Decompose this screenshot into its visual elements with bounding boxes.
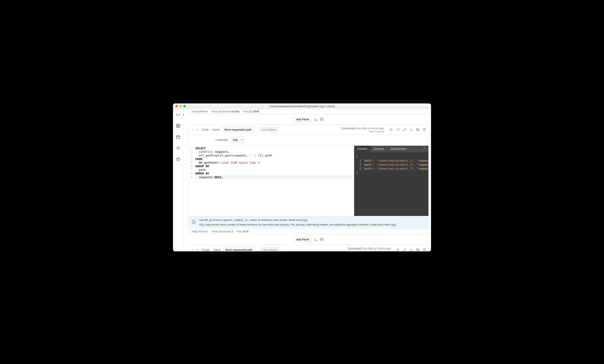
panel-status: Succeeded less than a minute ago Took 0 … bbox=[348, 246, 391, 251]
code-panel: Code Name Less Options Succeeded less th… bbox=[189, 124, 429, 234]
panel-type-label: Code bbox=[202, 128, 209, 131]
tab-preview[interactable]: Preview bbox=[354, 146, 370, 152]
info-link-1[interactable]: here bbox=[302, 218, 307, 221]
panel-name-label: Name bbox=[213, 248, 221, 251]
eye-off-icon[interactable] bbox=[416, 128, 419, 131]
add-panel-row-2: Add Panel bbox=[186, 234, 431, 244]
app-window: /Users/philipeaton/DataStationProjects/j… bbox=[173, 104, 431, 252]
svg-rect-4 bbox=[176, 136, 180, 139]
sidebar-collapse-icon[interactable] bbox=[181, 112, 186, 118]
chevron-down-icon[interactable] bbox=[196, 248, 199, 251]
chevron-up-icon[interactable] bbox=[191, 248, 194, 251]
panel-name-input[interactable] bbox=[223, 127, 254, 133]
eye-off-icon[interactable] bbox=[416, 248, 419, 252]
add-panel-button[interactable]: Add Panel bbox=[294, 117, 312, 122]
gear-icon[interactable] bbox=[176, 146, 180, 151]
expand-icon[interactable] bbox=[403, 128, 406, 131]
braces-icon[interactable] bbox=[396, 128, 400, 131]
chevron-up-icon[interactable] bbox=[191, 128, 194, 131]
prev-panel-footer: rkI9s2lyMMeA Rows (Estimate) 56,684 Size… bbox=[189, 109, 429, 114]
language-select[interactable]: SQL bbox=[230, 137, 244, 143]
download-icon[interactable] bbox=[409, 128, 413, 131]
play-icon[interactable] bbox=[396, 248, 400, 252]
add-panel-button[interactable]: Add Panel bbox=[294, 236, 312, 242]
main-content: rkI9s2lyMMeA Rows (Estimate) 56,684 Size… bbox=[186, 109, 431, 252]
panel-status: Succeeded less than a minute ago Took 1 … bbox=[341, 126, 384, 133]
panel-header: Graph Name Less Options Succeeded less t… bbox=[189, 245, 428, 251]
info-icon bbox=[191, 219, 196, 224]
expand-preview-icon[interactable] bbox=[420, 146, 428, 152]
panel-type-label: Graph bbox=[202, 248, 210, 251]
chevron-down-icon[interactable] bbox=[196, 128, 199, 131]
add-panel-row: Add Panel bbox=[186, 114, 431, 124]
less-options-button[interactable]: Less Options bbox=[260, 247, 280, 252]
bar-chart-icon[interactable] bbox=[314, 118, 318, 121]
panel-name-label: Name bbox=[212, 128, 219, 131]
info-box: Use DM_getPanel($panel_number_or_name) t… bbox=[189, 216, 428, 228]
table-icon[interactable] bbox=[320, 237, 324, 241]
play-icon[interactable] bbox=[390, 128, 393, 131]
preview-pane: Preview Schema Stdout/Stderr [ { "path":… bbox=[354, 146, 428, 216]
tab-schema[interactable]: Schema bbox=[370, 146, 387, 152]
trash-icon[interactable] bbox=[423, 248, 426, 252]
expand-icon[interactable] bbox=[403, 248, 406, 252]
graph-panel: Graph Name Less Options Succeeded less t… bbox=[189, 244, 429, 251]
gutter bbox=[183, 109, 186, 252]
panel-header: Code Name Less Options Succeeded less th… bbox=[189, 125, 428, 135]
code-editor[interactable]: 123456789 SELECT COUNT(1) requests, url_… bbox=[189, 146, 354, 216]
panel-id: rkI9s2lyMMeA bbox=[191, 110, 208, 113]
table-icon[interactable] bbox=[320, 118, 324, 121]
help-icon[interactable] bbox=[176, 157, 180, 162]
svg-rect-3 bbox=[178, 126, 180, 127]
code-icon[interactable] bbox=[176, 112, 180, 118]
calendar-icon[interactable] bbox=[176, 135, 180, 140]
svg-rect-2 bbox=[176, 126, 177, 127]
window-title: /Users/philipeaton/DataStationProjects/j… bbox=[173, 105, 431, 108]
svg-rect-1 bbox=[178, 124, 180, 125]
panel-name-input[interactable] bbox=[224, 247, 255, 252]
dashboard-icon[interactable] bbox=[176, 124, 180, 129]
less-options-button[interactable]: Less Options bbox=[259, 127, 279, 132]
panel-id: Nsfg1TeHnarZ bbox=[191, 230, 208, 233]
sidebar bbox=[173, 109, 183, 252]
language-label: Language bbox=[215, 138, 228, 141]
svg-point-5 bbox=[177, 148, 179, 149]
titlebar: /Users/philipeaton/DataStationProjects/j… bbox=[173, 104, 431, 109]
trash-icon[interactable] bbox=[423, 128, 426, 131]
preview-body: [ { "path": "/downloads/product_1", "req… bbox=[354, 152, 428, 177]
svg-rect-0 bbox=[176, 124, 177, 125]
language-row: Language SQL bbox=[189, 135, 428, 146]
info-link-2[interactable]: here bbox=[391, 223, 396, 226]
bar-chart-icon[interactable] bbox=[314, 237, 318, 241]
tab-stdout[interactable]: Stdout/Stderr bbox=[387, 146, 410, 152]
download-icon[interactable] bbox=[409, 248, 413, 252]
panel-footer: Nsfg1TeHnarZ Rows (Estimate) 3 Size 147B bbox=[189, 228, 428, 234]
